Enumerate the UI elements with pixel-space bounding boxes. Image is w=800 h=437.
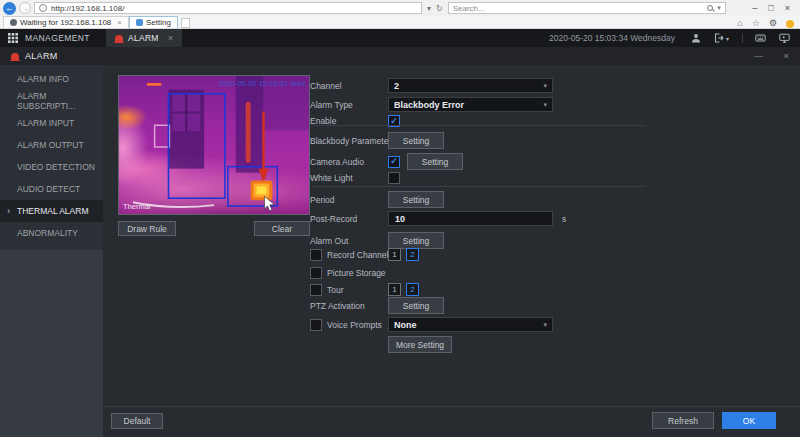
channel-row: Channel 2 ▾: [310, 78, 655, 93]
post-record-value: 10: [395, 214, 405, 224]
window-close-button[interactable]: ×: [785, 3, 790, 13]
alarm-type-select[interactable]: Blackbody Error ▾: [388, 97, 553, 112]
address-bar[interactable]: http://192.168.1.108/: [34, 2, 422, 14]
picture-storage-checkbox[interactable]: ✓: [310, 267, 322, 279]
default-button[interactable]: Default: [111, 413, 163, 429]
monitor-icon[interactable]: [779, 33, 790, 43]
chevron-down-icon: ▾: [543, 321, 547, 329]
logout-icon[interactable]: ▾: [714, 33, 729, 43]
sidebar-item-alarm-input[interactable]: ALARM INPUT: [0, 112, 103, 134]
alarm-tab-close-button[interactable]: ×: [168, 33, 174, 43]
record-channel-2-button[interactable]: 2: [406, 248, 419, 261]
post-record-input[interactable]: 10: [388, 211, 553, 226]
selected-arrow-icon: ›: [7, 206, 10, 216]
tab-title: Setting: [146, 18, 171, 27]
sidebar-item-abnormality[interactable]: ABNORMALITY: [0, 222, 103, 244]
sidebar-item-alarm-subscription[interactable]: ALARM SUBSCRIPTI...: [0, 90, 103, 112]
autocomplete-dropdown-icon[interactable]: ▾: [427, 4, 431, 13]
sidebar-item-alarm-info[interactable]: ALARM INFO: [0, 68, 103, 90]
record-channel-buttons: 1 2: [388, 248, 424, 261]
browser-forward-button[interactable]: →: [19, 2, 31, 14]
alarm-type-value: Blackbody Error: [394, 100, 543, 110]
camera-audio-checkbox[interactable]: ✓: [388, 156, 400, 168]
post-record-row: Post-Record 10 s: [310, 211, 655, 226]
osd-datetime: 2020-05-20 15:03:32 Wed: [218, 79, 305, 88]
draw-rule-button[interactable]: Draw Rule: [118, 221, 176, 236]
sidebar-item-label: AUDIO DETECT: [17, 184, 80, 194]
period-label: Period: [310, 195, 335, 205]
voice-prompts-value: None: [394, 320, 543, 330]
sidebar-item-alarm-output[interactable]: ALARM OUTPUT: [0, 134, 103, 156]
management-menu[interactable]: MANAGEMENT: [25, 33, 90, 43]
feedback-icon[interactable]: [786, 20, 794, 28]
alarm-tab[interactable]: ALARM ×: [106, 29, 182, 47]
sidebar-item-audio-detect[interactable]: AUDIO DETECT: [0, 178, 103, 200]
panel-minimize-button[interactable]: —: [754, 51, 763, 61]
browser-search-box[interactable]: Search... ▾: [448, 2, 726, 14]
sidebar-item-thermal-alarm[interactable]: › THERMAL ALARM: [0, 200, 103, 222]
tour-2-button[interactable]: 2: [406, 283, 419, 296]
tour-checkbox[interactable]: ✓: [310, 284, 322, 296]
record-channel-1-button[interactable]: 1: [388, 248, 401, 261]
alarm-out-setting-button[interactable]: Setting: [388, 232, 444, 249]
alarm-type-row: Alarm Type Blackbody Error ▾: [310, 97, 655, 112]
tools-gear-icon[interactable]: ⚙: [769, 19, 777, 28]
window-maximize-button[interactable]: □: [768, 3, 773, 13]
voice-prompts-checkbox[interactable]: ✓: [310, 319, 322, 331]
thermal-preview[interactable]: 2020-05-20 15:03:32 Wed Thermal: [118, 75, 310, 215]
favorites-star-icon[interactable]: ☆: [752, 19, 760, 28]
blackbody-parameter-setting-button[interactable]: Setting: [388, 132, 444, 149]
thermal-image: 2020-05-20 15:03:32 Wed Thermal: [119, 76, 309, 214]
ptz-activation-setting-button[interactable]: Setting: [388, 297, 444, 314]
period-row: Period Setting: [310, 191, 655, 208]
period-setting-button[interactable]: Setting: [388, 191, 444, 208]
voice-prompts-label: Voice Prompts: [327, 320, 382, 330]
keyboard-icon[interactable]: [742, 33, 766, 43]
sidebar-item-label: THERMAL ALARM: [17, 206, 88, 216]
logout-caret-icon: ▾: [726, 35, 729, 42]
divider: [312, 186, 646, 187]
channel-select[interactable]: 2 ▾: [388, 78, 553, 93]
chevron-down-icon: ▾: [543, 82, 547, 90]
browser-back-button[interactable]: ←: [3, 2, 16, 15]
sidebar-item-video-detection[interactable]: VIDEO DETECTION: [0, 156, 103, 178]
clear-button[interactable]: Clear: [254, 221, 310, 236]
alarm-type-label: Alarm Type: [310, 100, 353, 110]
ok-button[interactable]: OK: [722, 412, 776, 429]
app-window: MANAGEMENT ALARM × 2020-05-20 15:03:34 W…: [0, 29, 800, 437]
content-area: ALARM INFO ALARM SUBSCRIPTI... ALARM INP…: [0, 65, 800, 437]
screen: ← → http://192.168.1.108/ ▾ ↻ Search... …: [0, 0, 800, 437]
white-light-row: White Light ✓: [310, 172, 655, 184]
new-tab-button[interactable]: [181, 18, 190, 28]
window-minimize-button[interactable]: –: [752, 3, 757, 13]
tab-close-button[interactable]: ×: [117, 18, 122, 27]
browser-tab-setting[interactable]: Setting: [129, 16, 178, 28]
search-icon[interactable]: [707, 5, 713, 11]
voice-prompts-select[interactable]: None ▾: [388, 317, 553, 332]
refresh-button[interactable]: Refresh: [652, 412, 714, 429]
thermal-alarm-form: Channel 2 ▾ Alarm Type Blackbody Error ▾: [310, 75, 655, 365]
alarm-out-label: Alarm Out: [310, 236, 348, 246]
tour-1-button[interactable]: 1: [388, 283, 401, 296]
browser-tab-waiting[interactable]: Waiting for 192.168.1.108 ×: [3, 16, 129, 28]
sidebar-item-label: ALARM INPUT: [17, 118, 74, 128]
address-bar-buttons: ▾ ↻: [425, 4, 445, 13]
user-icon[interactable]: [691, 33, 701, 43]
alarm-bell-icon: [115, 35, 123, 42]
thermal-overlay: [119, 76, 309, 214]
home-icon[interactable]: ⌂: [737, 19, 742, 28]
management-bar: MANAGEMENT ALARM × 2020-05-20 15:03:34 W…: [0, 29, 800, 47]
panel-close-button[interactable]: ×: [783, 51, 789, 61]
camera-audio-setting-button[interactable]: Setting: [407, 153, 463, 170]
browser-toolbar: ← → http://192.168.1.108/ ▾ ↻ Search... …: [0, 0, 800, 16]
apps-grid-icon[interactable]: [8, 33, 18, 43]
back-icon: ←: [5, 4, 14, 13]
white-light-checkbox[interactable]: ✓: [388, 172, 400, 184]
search-dropdown-icon[interactable]: ▾: [717, 4, 721, 12]
more-setting-button[interactable]: More Setting: [388, 336, 452, 353]
record-channel-checkbox[interactable]: ✓: [310, 249, 322, 261]
camera-audio-label: Camera Audio: [310, 157, 364, 167]
site-globe-icon: [39, 4, 47, 12]
tab-title: Waiting for 192.168.1.108: [20, 18, 111, 27]
page-refresh-icon[interactable]: ↻: [436, 4, 443, 13]
